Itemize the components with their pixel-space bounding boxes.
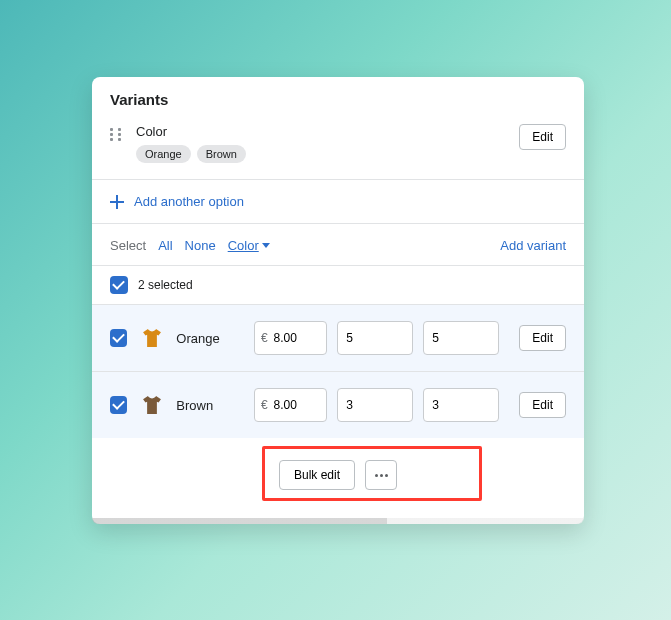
scrollbar[interactable]: [92, 518, 584, 524]
add-option-button[interactable]: Add another option: [92, 180, 584, 223]
variant-row: Orange € Edit: [92, 305, 584, 372]
option-row: Color Orange Brown Edit: [92, 114, 584, 179]
currency-symbol: €: [255, 331, 274, 345]
add-option-label: Add another option: [134, 194, 244, 209]
footer: Bulk edit: [92, 438, 584, 518]
variant-name: Orange: [176, 331, 244, 346]
tshirt-icon: [139, 392, 165, 418]
select-none[interactable]: None: [185, 238, 216, 253]
price-field[interactable]: €: [254, 388, 327, 422]
row-checkbox[interactable]: [110, 329, 127, 347]
more-actions-button[interactable]: [365, 460, 397, 490]
select-bar: Select All None Color Add variant: [92, 224, 584, 265]
select-all-checkbox[interactable]: [110, 276, 128, 294]
chip-brown: Brown: [197, 145, 246, 163]
drag-handle-icon[interactable]: [110, 124, 124, 141]
qty-input-2[interactable]: [423, 388, 499, 422]
add-variant-link[interactable]: Add variant: [500, 238, 566, 253]
edit-option-button[interactable]: Edit: [519, 124, 566, 150]
variant-thumbnail[interactable]: [137, 323, 166, 353]
variant-row: Brown € Edit: [92, 372, 584, 438]
price-field[interactable]: €: [254, 321, 327, 355]
chip-orange: Orange: [136, 145, 191, 163]
variants-card: Variants Color Orange Brown Edit Add ano…: [92, 77, 584, 524]
option-body: Color Orange Brown: [136, 124, 507, 163]
tshirt-icon: [139, 325, 165, 351]
plus-icon: [110, 195, 124, 209]
dots-icon: [375, 474, 378, 477]
bulk-edit-button[interactable]: Bulk edit: [279, 460, 355, 490]
caret-down-icon: [262, 243, 270, 248]
select-color-label: Color: [228, 238, 259, 253]
section-title: Variants: [92, 77, 584, 114]
price-input[interactable]: [274, 331, 327, 345]
select-all[interactable]: All: [158, 238, 172, 253]
price-input[interactable]: [274, 398, 327, 412]
edit-variant-button[interactable]: Edit: [519, 392, 566, 418]
edit-variant-button[interactable]: Edit: [519, 325, 566, 351]
select-label: Select: [110, 238, 146, 253]
qty-input-1[interactable]: [337, 388, 413, 422]
variant-thumbnail[interactable]: [137, 390, 166, 420]
option-label: Color: [136, 124, 507, 139]
variant-name: Brown: [176, 398, 244, 413]
selected-count: 2 selected: [138, 278, 193, 292]
row-checkbox[interactable]: [110, 396, 127, 414]
selected-header: 2 selected: [92, 265, 584, 305]
select-color-dropdown[interactable]: Color: [228, 238, 270, 253]
qty-input-1[interactable]: [337, 321, 413, 355]
qty-input-2[interactable]: [423, 321, 499, 355]
currency-symbol: €: [255, 398, 274, 412]
option-chips: Orange Brown: [136, 145, 507, 163]
